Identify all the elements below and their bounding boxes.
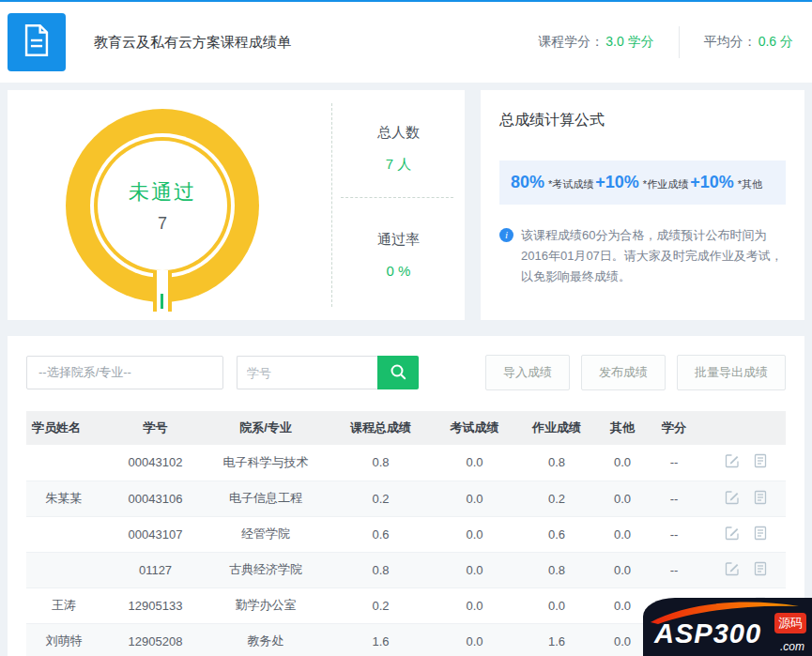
cell-credit: -- — [641, 481, 707, 516]
formula-exam-label: *考试成绩 — [548, 177, 593, 191]
formula-homework-label: *作业成绩 — [643, 177, 688, 191]
cell-homework: 0.2 — [510, 481, 604, 516]
cell-other: 0.0 — [604, 516, 641, 552]
grade-note: i 该课程成绩60分为合格，成绩预计公布时间为2016年01月07日。请大家及时… — [499, 225, 786, 287]
cell-name — [26, 516, 101, 552]
formula-title: 总成绩计算公式 — [499, 111, 786, 130]
edit-score-icon[interactable] — [725, 453, 740, 468]
cell-homework: 0.8 — [510, 445, 604, 481]
cell-dept: 电子信息工程 — [209, 481, 322, 516]
table-row: 01127 古典经济学院 0.8 0.0 0.8 0.0 -- — [26, 552, 786, 587]
formula-card: 总成绩计算公式 80% *考试成绩 +10% *作业成绩 +10% *其他 i … — [481, 90, 804, 320]
col-student-id: 学号 — [101, 411, 209, 445]
edit-score-icon[interactable] — [725, 561, 740, 576]
publish-grades-button[interactable]: 发布成绩 — [581, 355, 666, 390]
cell-homework: 1.6 — [510, 623, 604, 656]
formula-exam-weight: 80% — [511, 173, 544, 192]
average-score-value: 0.6 分 — [758, 34, 793, 51]
cell-name: 王涛 — [26, 587, 101, 623]
cell-sid: 00043106 — [101, 481, 209, 516]
cell-other: 0.0 — [604, 587, 641, 623]
col-actions — [707, 411, 786, 445]
cell-other: 0.0 — [604, 623, 641, 656]
score-detail-icon[interactable] — [753, 490, 768, 505]
cell-dept: 经管学院 — [209, 516, 322, 552]
batch-export-grades-button[interactable]: 批量导出成绩 — [677, 355, 786, 390]
edit-score-icon[interactable] — [725, 490, 740, 505]
cell-sid: 12905133 — [101, 587, 209, 623]
cell-sid: 00043107 — [101, 516, 209, 552]
info-icon: i — [499, 228, 513, 242]
average-score-label: 平均分： — [704, 34, 757, 51]
page-header: 教育云及私有云方案课程成绩单 课程学分： 3.0 学分 平均分： 0.6 分 — [0, 0, 812, 83]
donut-count-value: 7 — [158, 214, 167, 234]
cell-exam: 0.0 — [439, 481, 510, 516]
cell-total: 1.6 — [322, 623, 439, 656]
edit-score-icon[interactable] — [725, 526, 740, 541]
cell-exam: 0.0 — [439, 587, 510, 623]
cell-exam: 0.0 — [439, 445, 510, 481]
cell-credit: -- — [641, 516, 707, 552]
document-icon — [23, 24, 51, 60]
cell-credit: -- — [641, 552, 707, 587]
table-header-row: 学员姓名 学号 院系/专业 课程总成绩 考试成绩 作业成绩 其他 学分 — [26, 411, 786, 445]
import-grades-button[interactable]: 导入成绩 — [485, 355, 570, 390]
total-students-label: 总人数 — [332, 124, 465, 142]
cell-name: 朱某某 — [26, 481, 101, 516]
search-button[interactable] — [377, 356, 419, 389]
department-select[interactable]: --选择院系/专业-- — [26, 356, 223, 389]
col-student-name: 学员姓名 — [26, 411, 101, 445]
cell-exam: 0.0 — [439, 552, 510, 587]
col-total-score: 课程总成绩 — [322, 411, 439, 445]
table-row: 00043102 电子科学与技术 0.8 0.0 0.8 0.0 -- — [26, 445, 786, 481]
cell-homework: 0.6 — [510, 516, 604, 552]
formula-other-label: *其他 — [738, 177, 762, 191]
col-department: 院系/专业 — [209, 411, 322, 445]
score-detail-icon[interactable] — [753, 561, 768, 576]
cell-dept: 教务处 — [209, 623, 322, 656]
student-id-input[interactable] — [237, 356, 377, 389]
cell-credit: -- — [641, 445, 707, 481]
formula-homework-weight: +10% — [595, 173, 639, 192]
score-detail-icon[interactable] — [753, 453, 768, 468]
header-stats: 课程学分： 3.0 学分 平均分： 0.6 分 — [538, 26, 793, 58]
summary-card: 未通过 7 总人数 7 人 通过率 0 % — [8, 90, 465, 320]
donut-stub — [153, 270, 172, 312]
col-other: 其他 — [604, 411, 641, 445]
course-credit-label: 课程学分： — [538, 34, 604, 51]
header-divider — [679, 26, 680, 58]
cell-homework: 0.0 — [510, 587, 604, 623]
cell-sid: 00043102 — [101, 445, 209, 481]
grade-formula: 80% *考试成绩 +10% *作业成绩 +10% *其他 — [499, 160, 786, 205]
watermark-brand: ASP300 — [654, 618, 761, 649]
table-row: 00043107 经管学院 0.6 0.0 0.6 0.0 -- — [26, 516, 786, 552]
horizontal-dashed-divider — [341, 197, 453, 198]
cell-total: 0.8 — [322, 552, 439, 587]
cell-other: 0.0 — [604, 445, 641, 481]
cell-sid: 01127 — [101, 552, 209, 587]
course-credit-value: 3.0 学分 — [605, 34, 653, 51]
table-row: 朱某某 00043106 电子信息工程 0.2 0.0 0.2 0.0 -- — [26, 481, 786, 516]
cell-other: 0.0 — [604, 481, 641, 516]
cell-exam: 0.0 — [439, 623, 510, 656]
grades-toolbar: --选择院系/专业-- 导入成绩 发布成绩 批量导出成绩 — [26, 355, 786, 390]
score-detail-icon[interactable] — [753, 526, 768, 541]
page-title: 教育云及私有云方案课程成绩单 — [94, 34, 291, 52]
cell-total: 0.2 — [322, 481, 439, 516]
cell-sid: 12905208 — [101, 623, 209, 656]
watermark-suffix: 源码 — [774, 613, 806, 633]
cell-dept: 勤学办公室 — [209, 587, 322, 623]
asp300-watermark: ASP300 源码 .com — [643, 598, 812, 656]
cell-total: 0.2 — [322, 587, 439, 623]
cell-total: 0.6 — [322, 516, 439, 552]
cell-name — [26, 445, 101, 481]
col-credit: 学分 — [641, 411, 707, 445]
col-homework-score: 作业成绩 — [510, 411, 604, 445]
formula-other-weight: +10% — [690, 173, 734, 192]
cell-total: 0.8 — [322, 445, 439, 481]
col-exam-score: 考试成绩 — [439, 411, 510, 445]
cell-other: 0.0 — [604, 552, 641, 587]
cell-exam: 0.0 — [439, 516, 510, 552]
course-report-icon — [8, 13, 66, 71]
cell-homework: 0.8 — [510, 552, 604, 587]
